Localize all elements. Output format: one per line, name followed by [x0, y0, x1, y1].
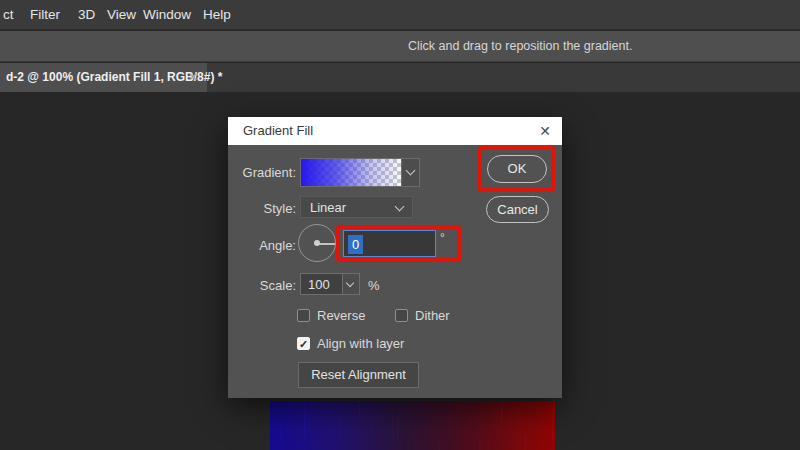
menu-item-view[interactable]: View	[107, 0, 136, 30]
chevron-down-icon	[395, 202, 405, 212]
cancel-button[interactable]: Cancel	[486, 196, 549, 223]
menu-item-select[interactable]: ct	[3, 0, 14, 30]
style-label: Style:	[228, 201, 296, 216]
style-dropdown[interactable]: Linear	[300, 196, 413, 218]
angle-label: Angle:	[228, 238, 296, 253]
chevron-down-icon	[346, 279, 354, 287]
angle-dial[interactable]	[298, 224, 336, 262]
menu-bar: ct Filter 3D View Window Help	[0, 0, 800, 30]
reset-alignment-button[interactable]: Reset Alignment	[298, 362, 419, 388]
angle-dial-center-dot	[314, 240, 320, 246]
scale-label: Scale:	[228, 278, 296, 293]
align-with-layer-checkbox-label: Align with layer	[317, 336, 404, 351]
document-tab[interactable]: d-2 @ 100% (Gradient Fill 1, RGB/8#) * ✕	[0, 63, 207, 92]
gradient-dropdown-button[interactable]	[401, 159, 419, 186]
chevron-down-icon	[406, 166, 416, 176]
menu-item-filter[interactable]: Filter	[30, 0, 60, 30]
angle-degree-unit: °	[440, 231, 445, 245]
dither-checkbox[interactable]	[395, 309, 408, 322]
gradient-preview-swatch[interactable]	[300, 158, 420, 187]
gradient-label: Gradient:	[228, 165, 296, 180]
scale-combobox[interactable]: 100	[300, 273, 360, 295]
dialog-title: Gradient Fill	[243, 117, 313, 145]
scale-percent-unit: %	[368, 278, 380, 293]
document-tab-bar: d-2 @ 100% (Gradient Fill 1, RGB/8#) * ✕	[0, 63, 800, 92]
style-value: Linear	[310, 197, 346, 219]
dialog-title-bar[interactable]: Gradient Fill ✕	[228, 117, 562, 145]
tab-close-icon[interactable]: ✕	[188, 63, 198, 92]
dither-checkbox-label: Dither	[415, 308, 450, 323]
checkmark-icon: ✓	[299, 338, 308, 350]
reverse-checkbox[interactable]	[297, 309, 310, 322]
dialog-close-icon[interactable]: ✕	[539, 117, 551, 145]
menu-item-help[interactable]: Help	[203, 0, 231, 30]
angle-input-selected-text: 0	[348, 235, 363, 254]
menu-item-window[interactable]: Window	[143, 0, 191, 30]
fur-texture-overlay	[270, 401, 555, 450]
options-bar: Click and drag to reposition the gradien…	[0, 31, 800, 62]
canvas-gradient-image[interactable]	[270, 401, 555, 450]
tool-hint-text: Click and drag to reposition the gradien…	[408, 31, 632, 62]
menu-item-3d[interactable]: 3D	[78, 0, 95, 30]
gradient-fill-dialog: Gradient Fill ✕ Gradient: Style: Linear …	[228, 117, 562, 398]
angle-input[interactable]: 0	[343, 230, 436, 257]
align-with-layer-checkbox[interactable]: ✓	[297, 337, 310, 350]
reverse-checkbox-label: Reverse	[317, 308, 365, 323]
scale-dropdown-button[interactable]	[342, 274, 359, 294]
ok-button[interactable]: OK	[487, 155, 547, 183]
scale-value: 100	[308, 274, 330, 296]
photoshop-window: ct Filter 3D View Window Help Click and …	[0, 0, 800, 450]
